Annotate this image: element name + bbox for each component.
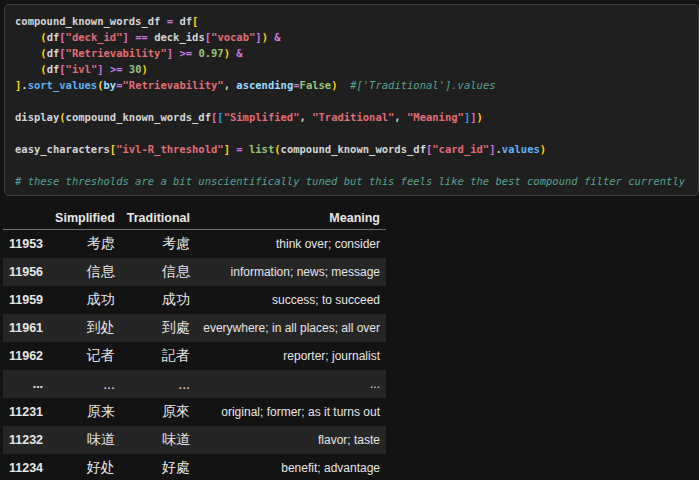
dataframe-body: 11953考虑考慮think over; consider11956信息信息in… bbox=[3, 230, 386, 480]
row-index: 11953 bbox=[3, 230, 49, 258]
cell-traditional: 信息 bbox=[121, 258, 196, 286]
cell-simplified: 记者 bbox=[49, 342, 121, 370]
cell-simplified: 好处 bbox=[49, 454, 121, 480]
cell-traditional: 成功 bbox=[121, 286, 196, 314]
cell-simplified: 信息 bbox=[49, 258, 121, 286]
code-line: ].sort_values(by="Retrievability", ascen… bbox=[15, 77, 698, 93]
cell-simplified: 原来 bbox=[49, 398, 121, 426]
table-row: 11234好处好處benefit; advantage bbox=[3, 454, 386, 480]
index-column-header bbox=[3, 206, 49, 230]
cell-simplified: 味道 bbox=[49, 426, 121, 454]
row-index: 11231 bbox=[3, 398, 49, 426]
cell-simplified: ... bbox=[49, 370, 121, 398]
cell-simplified: 成功 bbox=[49, 286, 121, 314]
cell-meaning: think over; consider bbox=[196, 230, 386, 258]
code-line bbox=[15, 157, 698, 173]
cell-meaning: information; news; message bbox=[196, 258, 386, 286]
row-index: ... bbox=[3, 370, 49, 398]
column-header-meaning: Meaning bbox=[196, 206, 386, 230]
cell-simplified: 到处 bbox=[49, 314, 121, 342]
code-line: compound_known_words_df = df[ bbox=[15, 13, 698, 29]
cell-simplified: 考虑 bbox=[49, 230, 121, 258]
cell-meaning: success; to succeed bbox=[196, 286, 386, 314]
code-line: # these thresholds are a bit unscientifi… bbox=[15, 173, 698, 189]
column-header-simplified: Simplified bbox=[49, 206, 121, 230]
cell-meaning: benefit; advantage bbox=[196, 454, 386, 480]
table-row: 11956信息信息information; news; message bbox=[3, 258, 386, 286]
row-index: 11234 bbox=[3, 454, 49, 480]
table-row: 11962记者記者reporter; journalist bbox=[3, 342, 386, 370]
cell-traditional: 到處 bbox=[121, 314, 196, 342]
dataframe-header: SimplifiedTraditionalMeaning bbox=[3, 206, 386, 230]
code-line: display(compound_known_words_df[["Simpli… bbox=[15, 109, 698, 125]
table-row: 11232味道味道flavor; taste bbox=[3, 426, 386, 454]
table-row: ............ bbox=[3, 370, 386, 398]
cell-traditional: 記者 bbox=[121, 342, 196, 370]
cell-meaning: flavor; taste bbox=[196, 426, 386, 454]
table-row: 11961到处到處everywhere; in all places; all … bbox=[3, 314, 386, 342]
code-content: compound_known_words_df = df[ (df["deck_… bbox=[15, 13, 698, 189]
code-line: (df["deck_id"] == deck_ids["vocab"]) & bbox=[15, 29, 698, 45]
cell-meaning: original; former; as it turns out bbox=[196, 398, 386, 426]
dataframe-table: SimplifiedTraditionalMeaning 11953考虑考慮th… bbox=[3, 206, 386, 480]
table-row: 11953考虑考慮think over; consider bbox=[3, 230, 386, 258]
cell-traditional: 好處 bbox=[121, 454, 196, 480]
cell-traditional: 考慮 bbox=[121, 230, 196, 258]
cell-traditional: ... bbox=[121, 370, 196, 398]
header-row: SimplifiedTraditionalMeaning bbox=[3, 206, 386, 230]
row-index: 11962 bbox=[3, 342, 49, 370]
code-line bbox=[15, 125, 698, 141]
cell-meaning: reporter; journalist bbox=[196, 342, 386, 370]
cell-traditional: 味道 bbox=[121, 426, 196, 454]
column-header-traditional: Traditional bbox=[121, 206, 196, 230]
row-index: 11232 bbox=[3, 426, 49, 454]
code-line bbox=[15, 93, 698, 109]
dataframe-output: SimplifiedTraditionalMeaning 11953考虑考慮th… bbox=[3, 206, 386, 480]
code-line: easy_characters["ivl-R_threshold"] = lis… bbox=[15, 141, 698, 157]
table-row: 11231原来原來original; former; as it turns o… bbox=[3, 398, 386, 426]
code-line: (df["Retrievability"] >= 0.97) & bbox=[15, 45, 698, 61]
cell-meaning: ... bbox=[196, 370, 386, 398]
code-cell-editor[interactable]: compound_known_words_df = df[ (df["deck_… bbox=[4, 4, 699, 196]
cell-traditional: 原來 bbox=[121, 398, 196, 426]
cell-meaning: everywhere; in all places; all over bbox=[196, 314, 386, 342]
table-row: 11959成功成功success; to succeed bbox=[3, 286, 386, 314]
code-line: (df["ivl"] >= 30) bbox=[15, 61, 698, 77]
row-index: 11956 bbox=[3, 258, 49, 286]
row-index: 11959 bbox=[3, 286, 49, 314]
row-index: 11961 bbox=[3, 314, 49, 342]
